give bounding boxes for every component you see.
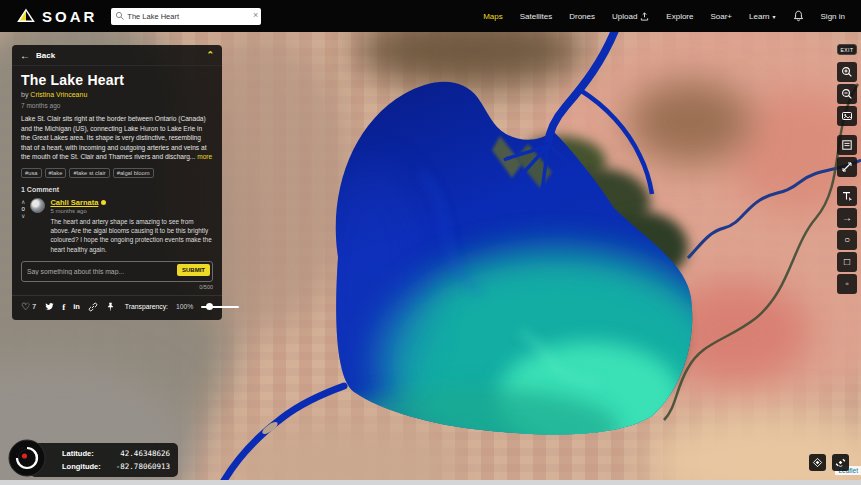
coordinates-readout: Latitude: 42.46348626 Longitude: -82.780… [30, 443, 178, 477]
satellite-icon [835, 457, 846, 468]
by-label: by [21, 91, 30, 98]
vote-count: 0 [22, 206, 25, 213]
nav-item-learn[interactable]: Learn ▾ [749, 12, 775, 21]
downvote-icon[interactable]: ∨ [21, 213, 25, 220]
zoom-out-button[interactable] [837, 84, 857, 104]
author-line: by Cristina Vrinceanu [21, 91, 213, 98]
author-link[interactable]: Cristina Vrinceanu [30, 91, 87, 98]
char-counter: 0/500 [21, 284, 213, 290]
slider-knob[interactable] [206, 303, 213, 310]
rectangle-tool-button[interactable]: □ [837, 252, 857, 272]
heart-icon: ♡ [21, 302, 30, 312]
longitude-value: -82.78060913 [116, 462, 170, 471]
comment-author-link[interactable]: Cahli Sarnata [50, 198, 98, 207]
back-arrow-icon: ← [20, 52, 30, 60]
search-input[interactable] [127, 12, 247, 21]
tag-lake-st-clair[interactable]: #lake st clair [69, 168, 109, 178]
transparency-label: Transparency: [125, 303, 168, 310]
panel-body: The Lake Heart by Cristina Vrinceanu 7 m… [12, 66, 222, 290]
description-text: Lake St. Clair sits right at the border … [21, 115, 206, 160]
nav-item-satellites[interactable]: Satellites [520, 12, 552, 21]
more-link[interactable]: more [197, 153, 212, 160]
facebook-share-icon[interactable]: f [62, 302, 65, 312]
transparency-slider[interactable] [201, 303, 213, 311]
layers-button[interactable] [809, 454, 826, 471]
notifications-bell-icon[interactable] [793, 10, 804, 22]
satellite-view-button[interactable] [832, 454, 849, 471]
latitude-value: 42.46348626 [120, 449, 170, 458]
tag-lake[interactable]: #lake [45, 168, 67, 178]
collapse-panel-icon[interactable]: ⌃ [206, 52, 214, 59]
exit-fullscreen-button[interactable]: exit [837, 44, 857, 55]
panel-header: ← Back ⌃ [12, 45, 222, 66]
chevron-down-icon: ▾ [773, 13, 776, 20]
comment-text: The heart and artery shape is amazing to… [50, 217, 213, 254]
comment-item: ∧ 0 ∨ Cahli Sarnata 5 months ago The hea… [21, 198, 213, 254]
logo-text: SOAR [42, 8, 97, 25]
soar-triangle-icon [16, 8, 36, 24]
copy-link-icon[interactable] [88, 302, 98, 312]
comment-compose: SUBMIT [21, 260, 213, 282]
page-title: The Lake Heart [21, 72, 213, 88]
sign-in-button[interactable]: Sign in [821, 12, 845, 21]
clear-search-icon[interactable]: × [253, 10, 258, 20]
avatar[interactable] [30, 198, 45, 213]
arrow-tool-button[interactable]: → [837, 208, 857, 228]
map-description: Lake St. Clair sits right at the border … [21, 114, 213, 162]
point-tool-button[interactable]: ◦ [837, 274, 857, 294]
nav-item-explore[interactable]: Explore [666, 12, 693, 21]
measure-line-button[interactable] [837, 157, 857, 177]
submit-comment-button[interactable]: SUBMIT [177, 264, 210, 276]
vote-column: ∧ 0 ∨ [21, 198, 25, 254]
map-toolbar: exit [837, 44, 857, 296]
pin-icon[interactable] [106, 302, 115, 312]
text-tool-button[interactable] [837, 186, 857, 206]
measure-area-button[interactable] [837, 135, 857, 155]
social-row: ♡ 7 f in Transparency: 100% [12, 296, 222, 314]
tag-list: #usa #lake #lake st clair #algal bloom [21, 168, 213, 178]
posted-age: 7 months ago [21, 102, 213, 109]
nav-item-upload[interactable]: Upload [612, 12, 649, 21]
latitude-label: Latitude: [62, 449, 94, 458]
verified-badge-icon [101, 200, 106, 205]
layers-icon [812, 457, 823, 468]
nav-item-soar-plus[interactable]: Soar+ [710, 12, 732, 21]
transparency-value: 100% [176, 303, 193, 310]
twitter-share-icon[interactable] [44, 302, 54, 311]
image-search-button[interactable] [837, 106, 857, 126]
comments-header: 1 Comment [21, 186, 213, 193]
globe-marker-icon [8, 439, 46, 481]
nav-links: Maps Satellites Drones Upload Explore So… [483, 10, 845, 22]
back-label: Back [36, 51, 55, 60]
search-box: × [111, 8, 261, 25]
map-details-panel: ← Back ⌃ The Lake Heart by Cristina Vrin… [12, 45, 222, 320]
upload-label: Upload [612, 12, 637, 21]
longitude-label: Longitude: [62, 462, 101, 471]
like-button[interactable]: ♡ 7 [21, 302, 36, 312]
tag-algal-bloom[interactable]: #algal bloom [113, 168, 154, 178]
circle-tool-button[interactable]: ○ [837, 230, 857, 250]
linkedin-share-icon[interactable]: in [73, 302, 80, 311]
comment-main: Cahli Sarnata 5 months ago The heart and… [50, 198, 213, 254]
tag-usa[interactable]: #usa [21, 168, 42, 178]
learn-label: Learn [749, 12, 769, 21]
bottom-right-controls [809, 454, 849, 471]
zoom-in-button[interactable] [837, 62, 857, 82]
top-navigation: SOAR × Maps Satellites Drones Upload Exp… [0, 0, 861, 32]
upvote-icon[interactable]: ∧ [21, 199, 25, 206]
back-button[interactable]: ← Back [20, 51, 55, 60]
nav-item-drones[interactable]: Drones [569, 12, 595, 21]
upload-icon [640, 12, 649, 21]
search-icon [115, 11, 125, 21]
soar-logo[interactable]: SOAR [16, 8, 97, 25]
nav-item-maps[interactable]: Maps [483, 12, 503, 21]
comment-age: 5 months ago [50, 208, 213, 214]
page-bottom-strip [0, 480, 861, 485]
like-count: 7 [32, 302, 36, 311]
